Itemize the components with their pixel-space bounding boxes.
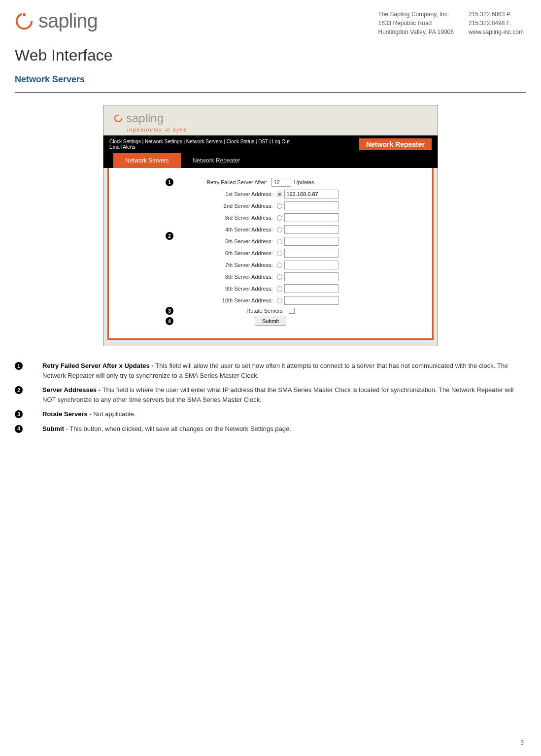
tagline: ingeniously in sync [103, 127, 438, 135]
submit-button[interactable]: Submit [255, 317, 286, 326]
server-row-7: 7th Server Address: [129, 261, 412, 269]
desc-num-2: 2 [15, 386, 23, 394]
rotate-label: Rotate Servers [246, 308, 286, 314]
svg-point-3 [118, 115, 119, 116]
server-row-3: 3rd Server Address: [129, 213, 412, 222]
company-info: The Sapling Company, Inc. 1633 Republic … [378, 10, 524, 36]
company-address2: Huntingdon Valley, PA 19006 [378, 28, 454, 36]
desc-text-4: Submit - This button, when clicked, will… [42, 424, 291, 434]
server-label-2: 2nd Server Address: [203, 203, 277, 209]
callout-1: 1 [166, 178, 173, 186]
server-input-1[interactable] [284, 190, 338, 198]
server-label-9: 9th Server Address: [203, 286, 277, 292]
server-input-9[interactable] [284, 284, 338, 293]
desc-text-2: Server Addresses - This field is where t… [42, 385, 526, 404]
company-name: The Sapling Company, Inc. [378, 10, 454, 19]
desc-row-4: 4 Submit - This button, when clicked, wi… [15, 424, 526, 434]
descriptions: 1 Retry Failed Server After x Updates - … [15, 361, 526, 433]
server-label-10: 10th Server Address: [203, 297, 277, 303]
logo: sapling [15, 10, 98, 32]
rotate-row: 3 Rotate Servers [129, 308, 412, 314]
server-radio-2[interactable] [277, 203, 282, 209]
retry-input[interactable] [271, 178, 291, 187]
form-panel: 1 Retry Failed Server After: Updates 1st… [107, 168, 434, 340]
server-radio-7[interactable] [277, 263, 282, 268]
server-row-8: 8th Server Address: [129, 272, 412, 281]
retry-label: Retry Failed Server After: [198, 179, 271, 185]
server-radio-3[interactable] [277, 215, 282, 221]
company-phone: 215.322.6063 P. [469, 10, 524, 19]
server-input-2[interactable] [284, 201, 338, 210]
server-label-5: 5th Server Address: [203, 238, 277, 244]
server-radio-8[interactable] [277, 274, 282, 280]
nav-page-title: Network Repeater [359, 138, 432, 150]
tab-network-servers[interactable]: Network Servers [113, 153, 181, 168]
divider [15, 92, 526, 93]
server-label-1: 1st Server Address: [203, 191, 277, 197]
server-label-7: 7th Server Address: [203, 262, 277, 268]
server-input-6[interactable] [284, 249, 338, 258]
desc-num-4: 4 [15, 425, 23, 433]
server-input-8[interactable] [284, 272, 338, 281]
server-radio-5[interactable] [277, 239, 282, 244]
svg-point-1 [23, 13, 26, 16]
company-address1: 1633 Republic Road [378, 19, 454, 28]
server-row-10: 10th Server Address: [129, 296, 412, 305]
inner-logo: sapling [103, 105, 438, 127]
section-heading: Network Servers [15, 74, 526, 85]
server-label-3: 3rd Server Address: [203, 215, 277, 221]
desc-text-3: Rotate Servers - Not applicable. [42, 409, 135, 419]
server-label-8: 8th Server Address: [203, 274, 277, 280]
server-label-6: 6th Server Address: [203, 250, 277, 256]
page-header: sapling The Sapling Company, Inc. 1633 R… [0, 0, 541, 41]
server-row-2: 2nd Server Address: [129, 201, 412, 210]
server-label-4: 4th Server Address: [203, 227, 277, 232]
server-radio-10[interactable] [277, 298, 282, 303]
desc-row-1: 1 Retry Failed Server After x Updates - … [15, 361, 526, 380]
server-radio-9[interactable] [277, 286, 282, 292]
callout-4: 4 [166, 317, 173, 325]
tab-bar: Network Servers Network Repeater [103, 153, 438, 168]
server-radio-4[interactable] [277, 227, 282, 232]
page-title: Web Interface [15, 46, 526, 65]
server-radio-1[interactable] [277, 192, 282, 197]
server-input-4[interactable] [284, 225, 338, 234]
desc-row-3: 3 Rotate Servers - Not applicable. [15, 409, 526, 419]
desc-num-1: 1 [15, 362, 23, 370]
inner-sapling-icon [113, 113, 123, 123]
desc-num-3: 3 [15, 410, 23, 418]
server-input-7[interactable] [284, 261, 338, 269]
retry-row: 1 Retry Failed Server After: Updates [129, 178, 412, 187]
callout-3: 3 [166, 307, 173, 315]
nav-sub[interactable]: Email Alerts [109, 144, 290, 150]
server-row-5: 2 5th Server Address: [129, 237, 412, 246]
company-fax: 215.322.8498 F. [469, 19, 524, 28]
desc-text-1: Retry Failed Server After x Updates - Th… [42, 361, 526, 380]
desc-row-2: 2 Server Addresses - This field is where… [15, 385, 526, 404]
updates-label: Updates [294, 179, 314, 185]
rotate-checkbox[interactable] [289, 308, 295, 314]
inner-logo-text: sapling [126, 111, 164, 125]
nav-bar: Clock Settings | Network Settings | Netw… [103, 135, 438, 153]
sapling-logo-icon [15, 12, 34, 31]
server-row-6: 6th Server Address: [129, 249, 412, 258]
logo-text: sapling [38, 10, 98, 32]
section-title: Network Servers [0, 67, 541, 90]
callout-2: 2 [166, 232, 173, 240]
nav-links[interactable]: Clock Settings | Network Settings | Netw… [109, 139, 290, 144]
server-input-3[interactable] [284, 213, 338, 222]
server-input-10[interactable] [284, 296, 338, 305]
submit-row: 4 Submit [129, 317, 412, 326]
company-web: www.sapling-inc.com [469, 28, 524, 36]
server-row-9: 9th Server Address: [129, 284, 412, 293]
screenshot-panel: sapling ingeniously in sync Clock Settin… [103, 105, 438, 346]
page-number: 9 [520, 739, 524, 746]
main-title: Web Interface [0, 41, 541, 67]
server-row-1: 1st Server Address: [129, 190, 412, 198]
server-radio-6[interactable] [277, 251, 282, 256]
server-input-5[interactable] [284, 237, 338, 246]
tab-network-repeater[interactable]: Network Repeater [181, 153, 252, 168]
